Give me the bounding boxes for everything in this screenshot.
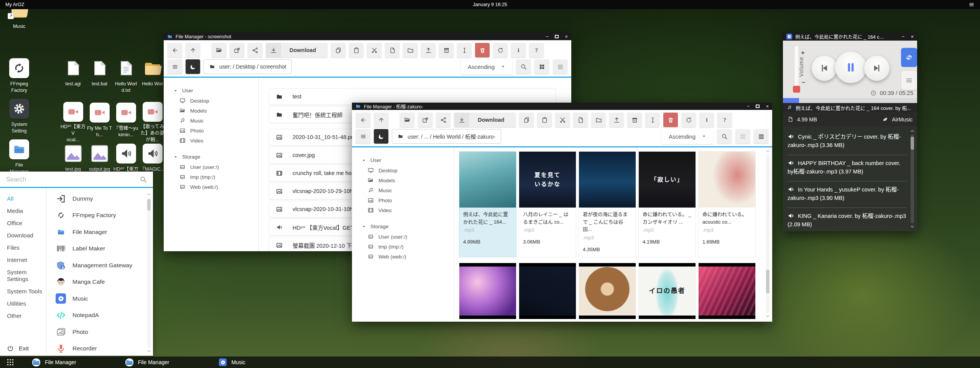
address-bar[interactable]: user: / Desktop / screenshot	[204, 59, 292, 74]
share-button[interactable]	[436, 113, 451, 127]
sidebar-item[interactable]: Video	[174, 136, 258, 146]
up-button[interactable]	[374, 113, 388, 127]
album-tile[interactable]: 例えば、今此処に置かれた花に _ 164... .mp3 4.99MB	[459, 151, 516, 257]
sidebar-item[interactable]: Music	[362, 185, 454, 195]
sidebar-item[interactable]: Models	[174, 106, 258, 116]
minimize-button[interactable]: −	[747, 103, 750, 109]
minimize-button[interactable]: −	[546, 34, 549, 39]
taskbar-task[interactable]: Music	[214, 357, 251, 368]
cut-button[interactable]	[367, 43, 381, 57]
archive-button[interactable]	[439, 43, 454, 57]
progress-bar[interactable]	[783, 98, 917, 103]
rename-button[interactable]	[645, 113, 660, 127]
help-button[interactable]: ?	[529, 43, 544, 57]
search-button[interactable]	[717, 129, 732, 144]
list-view-button[interactable]	[553, 59, 567, 74]
help-button[interactable]: ?	[717, 113, 732, 127]
search-input[interactable]	[6, 176, 136, 183]
back-button[interactable]	[168, 43, 182, 57]
title-bar[interactable]: File Manager - 柘榴-zakuro- − ×	[352, 103, 772, 110]
desktop-shortcut[interactable]: File Manager	[6, 139, 32, 175]
playlist-item[interactable]: In Your Hands _ yusukeP cover. by 柘榴-zak…	[788, 182, 906, 208]
app-item[interactable]: Label Maker	[56, 240, 143, 257]
copy-button[interactable]	[519, 113, 534, 127]
album-tile[interactable]: 幽霊東京 _ Ayase	[698, 263, 756, 322]
album-tile[interactable]: 夏を見て いるかな 八月のレイニー _ はるまきごはん co... .mp3 3…	[519, 151, 576, 257]
exit-button[interactable]: Exit	[7, 345, 29, 352]
playlist-item[interactable]: KING _ Kanaria cover. by 柘榴-zakuro-.mp3 …	[788, 208, 906, 231]
sort-dropdown[interactable]: Ascending	[461, 59, 512, 74]
app-item[interactable]: NotepadA	[56, 307, 143, 324]
category-item[interactable]: Media	[0, 205, 46, 217]
playlist-button[interactable]	[901, 71, 917, 90]
volume-plus[interactable]: +	[801, 49, 805, 57]
rename-button[interactable]	[457, 43, 472, 57]
new-folder-button[interactable]	[591, 113, 606, 127]
album-tile[interactable]: 命に嫌われている。acoustic co... .mp3 1.69MB	[698, 151, 756, 257]
taskbar-task[interactable]: File Manager	[120, 357, 175, 368]
sidebar-item[interactable]: Photo	[174, 126, 258, 136]
new-file-button[interactable]	[385, 43, 400, 57]
desktop-file-icon[interactable]: 【歌ってみ た】あの夏 が飽...	[139, 102, 166, 143]
sidebar-item[interactable]: Video	[362, 205, 454, 215]
playlist-item[interactable]: HAPPY BIRTHDAY _ back number cover. by柘榴…	[788, 155, 906, 182]
app-item[interactable]: Photo	[56, 324, 143, 340]
copy-button[interactable]	[331, 43, 345, 57]
open-button[interactable]	[212, 43, 226, 57]
download-button[interactable]: Download	[454, 113, 516, 127]
app-item[interactable]: Management Gateway	[56, 257, 143, 274]
sidebar-user-header[interactable]: User	[174, 85, 258, 96]
sidebar-storage-item[interactable]: User (user:/)	[174, 162, 258, 172]
info-button[interactable]: i	[699, 113, 714, 127]
desktop-file-icon[interactable]: Hello Wor	[139, 57, 166, 102]
paste-button[interactable]	[349, 43, 363, 57]
category-item[interactable]: All	[0, 193, 46, 205]
maximize-button[interactable]	[756, 105, 760, 108]
album-tile[interactable]: 「寂しい」 命に嫌われている。 _ カンザキイオリ ... .mp3 4.19M…	[638, 151, 696, 257]
sidebar-storage-item[interactable]: tmp (tmp:/)	[174, 172, 258, 182]
new-folder-button[interactable]	[403, 43, 418, 57]
search-button[interactable]	[516, 59, 531, 74]
list-view-button[interactable]	[754, 129, 768, 144]
maximize-button[interactable]	[555, 35, 559, 38]
search-icon[interactable]	[140, 176, 147, 183]
repeat-button[interactable]	[901, 48, 917, 67]
delete-button[interactable]	[475, 43, 490, 57]
back-button[interactable]	[356, 113, 370, 127]
open-external-button[interactable]	[418, 113, 432, 127]
volume-handle[interactable]	[793, 86, 800, 93]
pause-button[interactable]	[835, 52, 867, 83]
upload-button[interactable]	[609, 113, 624, 127]
album-tile[interactable]: イロの愚者 方相成仏代償連明	[638, 263, 696, 322]
dark-mode-button[interactable]	[186, 59, 200, 74]
sidebar-item[interactable]: Models	[362, 175, 454, 185]
sidebar-storage-item[interactable]: tmp (tmp:/)	[362, 242, 454, 252]
grid-view-button[interactable]	[534, 59, 549, 74]
delete-button[interactable]	[663, 113, 678, 127]
scroll-thumb[interactable]	[147, 199, 151, 211]
hamburger-icon[interactable]	[968, 2, 975, 8]
sidebar-item[interactable]: Photo	[362, 195, 454, 205]
info-button[interactable]: i	[511, 43, 526, 57]
desktop-file-icon[interactable]: 『雪峰～yu kimin...	[113, 102, 139, 143]
scrollbar[interactable]	[146, 192, 152, 353]
new-file-button[interactable]	[573, 113, 588, 127]
share-button[interactable]	[248, 43, 262, 57]
sidebar-toggle-button[interactable]	[356, 129, 370, 144]
desktop-shortcut[interactable]: System Setting	[6, 98, 32, 134]
category-item[interactable]: System Tools	[0, 285, 46, 298]
app-item[interactable]: Recorder	[56, 340, 143, 356]
open-external-button[interactable]	[230, 43, 244, 57]
app-item[interactable]: File Manager	[56, 224, 143, 240]
sidebar-storage-header[interactable]: Storage	[362, 221, 454, 232]
open-button[interactable]	[400, 113, 414, 127]
title-bar[interactable]: File Manager - screenshot − ×	[164, 33, 571, 40]
sort-dropdown[interactable]: Ascending	[662, 129, 713, 144]
scroll-thumb[interactable]	[766, 270, 770, 293]
volume-minus[interactable]: −	[802, 79, 806, 87]
next-button[interactable]	[864, 56, 890, 81]
category-item[interactable]: Other	[0, 310, 46, 322]
app-launcher-icon[interactable]	[6, 358, 15, 366]
category-item[interactable]: Internet	[0, 254, 46, 266]
up-button[interactable]	[186, 43, 200, 57]
